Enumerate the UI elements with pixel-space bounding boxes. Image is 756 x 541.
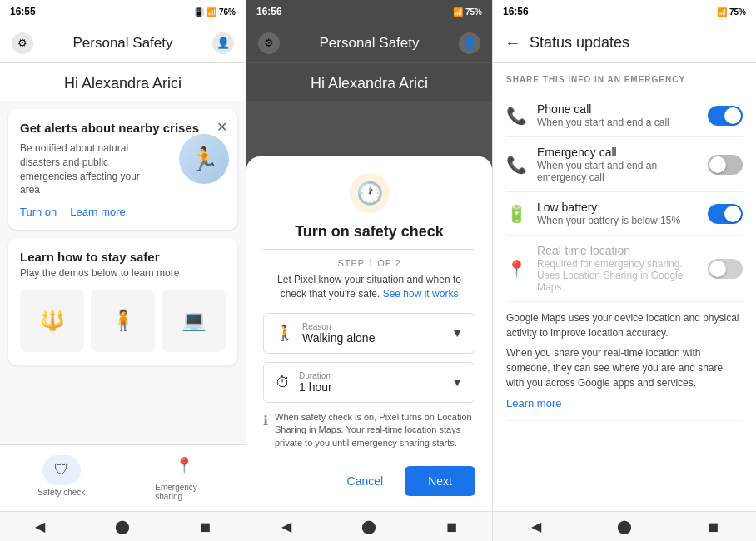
recent-button-1[interactable]: ◼	[200, 519, 211, 534]
toggle-knob-1	[724, 107, 741, 124]
duration-value: 1 hour	[299, 380, 443, 394]
location-title: Real-time location	[537, 244, 698, 257]
recent-button-3[interactable]: ◼	[708, 519, 719, 534]
low-battery-sub: When your battery is below 15%	[537, 215, 698, 226]
battery-1: 76%	[219, 7, 236, 17]
status-icons-3: 📶 75%	[717, 7, 746, 17]
top-bar-3: ← Status updates	[493, 23, 756, 63]
location-sub: Required for emergency sharing. Uses Loc…	[537, 258, 698, 293]
back-button-3[interactable]: ◀	[531, 519, 541, 534]
status-bar-2: 16:56 📶 75%	[246, 0, 492, 23]
info-para-2: When you share your real-time location w…	[506, 345, 743, 390]
modal-step: STEP 1 OF 2	[263, 258, 475, 268]
duration-dropdown[interactable]: ⏱ Duration 1 hour ▼	[263, 362, 475, 403]
cancel-button[interactable]: Cancel	[337, 468, 394, 494]
info-icon: ℹ	[263, 413, 268, 429]
phone3-content: SHARE THIS INFO IN AN EMERGENCY 📞 Phone …	[493, 63, 756, 511]
info-box: ℹ When safety check is on, Pixel turns o…	[263, 411, 475, 449]
battery-2: 75%	[465, 7, 482, 17]
home-button-1[interactable]: ⬤	[115, 519, 130, 534]
modal-description: Let Pixel know your situation and when t…	[263, 273, 475, 301]
close-icon[interactable]: ✕	[216, 119, 227, 135]
clock-icon: 🕐	[350, 173, 390, 213]
alert-illustration: 🏃	[179, 134, 229, 184]
tab-safety-check[interactable]: 🛡 Safety check	[32, 455, 91, 497]
low-battery-toggle[interactable]	[708, 204, 743, 224]
toggle-knob-4	[709, 261, 726, 277]
learn-more-link-3[interactable]: Learn more	[506, 395, 743, 412]
emergency-call-text: Emergency call When you start and end an…	[537, 146, 698, 183]
phone-call-title: Phone call	[537, 102, 698, 116]
app-title-2: Personal Safety	[319, 35, 419, 52]
battery-3: 75%	[729, 7, 746, 17]
illustration-row: 🔱 🧍 💻	[20, 287, 226, 354]
phone-call-text: Phone call When you start and end a call	[537, 102, 698, 128]
phone-call-toggle[interactable]	[708, 106, 743, 126]
walk-icon: 🚶	[276, 324, 294, 342]
reason-field-content: Reason Walking alone	[302, 322, 443, 345]
safety-check-icon: 🛡	[42, 455, 81, 485]
bottom-tabs: 🛡 Safety check 📍 Emergency sharing	[0, 444, 246, 511]
learn-card-title: Learn how to stay safer	[20, 250, 226, 264]
learn-card-sub: Play the demos below to learn more	[20, 267, 226, 279]
time-1: 16:55	[10, 6, 36, 17]
settings-icon-2[interactable]: ⚙	[258, 32, 280, 54]
reason-chevron-down-icon: ▼	[451, 326, 463, 340]
tab-emergency-sharing-label: Emergency sharing	[155, 483, 213, 501]
back-button-1[interactable]: ◀	[35, 519, 45, 534]
next-button[interactable]: Next	[405, 466, 475, 496]
illus-1: 🔱	[20, 290, 84, 352]
greeting-2: Hi Alexandra Arici	[246, 63, 492, 101]
location-icon: 📍	[506, 259, 527, 279]
profile-icon-1[interactable]: 👤	[212, 32, 234, 54]
status-bar-1: 16:55 📳 📶 76%	[0, 0, 246, 23]
vibrate-icon: 📳	[194, 7, 204, 17]
modal-title: Turn on safety check	[263, 223, 475, 241]
reason-dropdown[interactable]: 🚶 Reason Walking alone ▼	[263, 313, 475, 354]
see-how-link[interactable]: See how it works	[383, 288, 459, 300]
nav-bar-2: ◀ ⬤ ◼	[246, 511, 492, 541]
alert-card-body: Be notified about natural disasters and …	[20, 141, 153, 197]
illus-3: 💻	[162, 290, 226, 352]
phone-screen-3: 16:56 📶 75% ← Status updates SHARE THIS …	[493, 0, 756, 541]
emergency-call-sub: When you start and end an emergency call	[537, 160, 698, 183]
toggle-row-location: 📍 Real-time location Required for emerge…	[506, 236, 743, 302]
recent-button-2[interactable]: ◼	[446, 519, 457, 534]
emergency-call-toggle[interactable]	[708, 155, 743, 175]
home-button-3[interactable]: ⬤	[617, 519, 632, 534]
phone-screen-2: 16:56 📶 75% ⚙ Personal Safety 👤 Hi Alexa…	[246, 0, 493, 541]
status-bar-3: 16:56 📶 75%	[493, 0, 756, 23]
section-label: SHARE THIS INFO IN AN EMERGENCY	[506, 75, 743, 84]
modal-actions: Cancel Next	[263, 461, 475, 503]
back-arrow-icon[interactable]: ←	[505, 33, 521, 52]
phone1-content: Get alerts about nearby crises ✕ Be noti…	[0, 101, 246, 444]
profile-icon-2[interactable]: 👤	[459, 32, 480, 54]
tab-emergency-sharing[interactable]: 📍 Emergency sharing	[155, 450, 213, 501]
toggle-knob-3	[724, 206, 741, 222]
info-text: When safety check is on, Pixel turns on …	[275, 411, 475, 449]
toggle-row-phone-call: 📞 Phone call When you start and end a ca…	[506, 94, 743, 137]
alert-card-title: Get alerts about nearby crises	[20, 121, 226, 135]
alert-card-actions: Turn on Learn more	[20, 206, 226, 218]
nav-bar-3: ◀ ⬤ ◼	[493, 511, 756, 541]
modal-divider	[263, 249, 475, 250]
clock-emoji: 🕐	[356, 181, 383, 206]
toggle-knob-2	[709, 156, 726, 173]
timer-icon: ⏱	[276, 374, 291, 391]
alert-card: Get alerts about nearby crises ✕ Be noti…	[8, 109, 237, 230]
settings-icon[interactable]: ⚙	[12, 32, 33, 54]
time-3: 16:56	[503, 6, 529, 17]
status-icons-2: 📶 75%	[453, 7, 482, 17]
learn-more-link-1[interactable]: Learn more	[70, 206, 125, 218]
duration-label: Duration	[299, 371, 443, 380]
app-title-1: Personal Safety	[72, 35, 172, 52]
back-button-2[interactable]: ◀	[281, 519, 291, 534]
learn-card: Learn how to stay safer Play the demos b…	[8, 238, 237, 365]
low-battery-title: Low battery	[537, 201, 698, 214]
top-bar-1: ⚙ Personal Safety 👤	[0, 23, 246, 63]
battery-icon: 🔋	[506, 204, 527, 224]
location-text: Real-time location Required for emergenc…	[537, 244, 698, 293]
home-button-2[interactable]: ⬤	[361, 519, 376, 534]
greeting-1: Hi Alexandra Arici	[0, 63, 246, 101]
turn-on-link[interactable]: Turn on	[20, 206, 57, 218]
